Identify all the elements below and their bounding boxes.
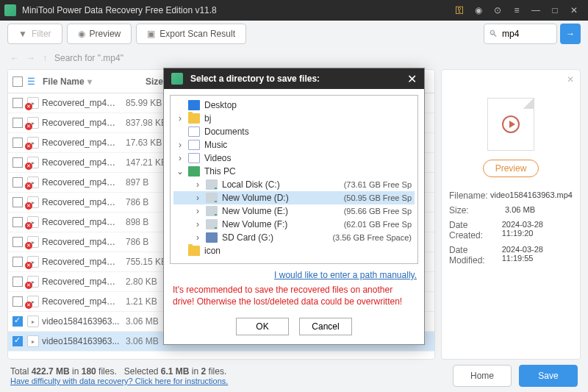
row-checkbox[interactable] — [12, 296, 23, 307]
close-icon[interactable]: ✕ — [564, 0, 584, 21]
row-checkbox[interactable] — [12, 98, 23, 108]
dialog-close-icon[interactable]: ✕ — [407, 72, 417, 86]
folder-icon — [188, 246, 200, 256]
file-name: Recovered_mp4_f... — [42, 138, 120, 148]
tree-twisty-icon[interactable]: ⌄ — [176, 166, 184, 177]
file-size: 755.15 KB — [120, 257, 167, 267]
list-type-icon[interactable]: ☰ — [27, 76, 35, 87]
row-checkbox[interactable] — [12, 316, 23, 327]
titlebar: MiniTool Power Data Recovery Free Editio… — [0, 0, 588, 21]
maximize-icon[interactable]: □ — [545, 0, 564, 21]
dialog-title: Select a directory to save files: — [190, 74, 407, 84]
save-button[interactable]: Save — [519, 365, 578, 387]
search-input[interactable]: 🔍︎ — [484, 24, 557, 44]
tree-twisty-icon[interactable]: › — [194, 193, 201, 203]
row-checkbox[interactable] — [12, 217, 23, 227]
tree-twisty-icon[interactable]: › — [176, 153, 184, 163]
minimize-icon[interactable]: — — [526, 0, 545, 21]
tree-node[interactable]: ›New Volume (E:)(95.66 GB Free Sp — [173, 204, 415, 218]
file-size: 837.98 KB — [120, 118, 167, 128]
file-icon: ▸✕ — [27, 256, 39, 268]
row-checkbox[interactable] — [12, 157, 23, 168]
tree-twisty-icon[interactable]: › — [176, 140, 184, 150]
tree-label: New Volume (D:) — [222, 193, 340, 203]
tree-twisty-icon[interactable]: › — [194, 206, 201, 216]
file-icon: ▸✕ — [27, 196, 39, 208]
nav-up-icon[interactable]: ↑ — [43, 53, 47, 63]
footer: Total 422.7 MB in 180 files. Selected 6.… — [0, 360, 588, 392]
tree-node[interactable]: Documents — [173, 125, 415, 138]
tree-node[interactable]: Desktop — [173, 99, 415, 112]
file-size: 147.21 KB — [120, 157, 167, 168]
tree-label: Documents — [204, 126, 407, 137]
search-go-button[interactable]: → — [560, 24, 581, 44]
cancel-button[interactable]: Cancel — [299, 318, 352, 335]
row-checkbox[interactable] — [12, 237, 23, 247]
file-name: Recovered_mp4_f... — [42, 98, 120, 108]
row-checkbox[interactable] — [12, 257, 23, 267]
tree-twisty-icon[interactable]: › — [194, 219, 201, 229]
preview-panel: ✕ Preview Filename:video1584163963.mp4 S… — [441, 69, 581, 360]
key-icon[interactable]: ⚿ — [450, 0, 469, 21]
file-icon: ▸✕ — [27, 157, 39, 168]
directory-tree: Desktop›bjDocuments›Music›Videos⌄This PC… — [170, 95, 418, 264]
meta-size: 3.06 MB — [505, 205, 535, 215]
nav-forward-icon[interactable]: → — [26, 53, 35, 63]
tree-label: New Volume (F:) — [222, 219, 340, 229]
drive-icon — [206, 206, 218, 216]
tree-node[interactable]: icon — [173, 244, 415, 257]
breadcrumb-text: Search for ".mp4" — [54, 53, 123, 63]
tree-node[interactable]: ›SD Card (G:)(3.56 GB Free Space) — [173, 231, 415, 244]
nav-back-icon[interactable]: ← — [10, 53, 19, 63]
tree-node[interactable]: ›New Volume (D:)(50.95 GB Free Sp — [173, 191, 415, 204]
help-link[interactable]: Have difficulty with data recovery? Clic… — [10, 377, 228, 385]
tree-label: Local Disk (C:) — [222, 179, 340, 190]
file-name: Recovered_mp4_f... — [42, 118, 120, 128]
search-icon: 🔍︎ — [489, 29, 498, 39]
tree-label: Desktop — [204, 100, 407, 110]
tree-node[interactable]: ›Local Disk (C:)(73.61 GB Free Sp — [173, 178, 415, 191]
ok-button[interactable]: OK — [236, 318, 289, 335]
col-filename[interactable]: File Name▾ — [37, 76, 140, 87]
row-checkbox[interactable] — [12, 277, 23, 287]
drive-icon — [206, 179, 218, 190]
file-size: 3.06 MB — [120, 316, 159, 327]
dialog-warning: It's recommended to save the recovered f… — [164, 280, 424, 312]
tree-node[interactable]: ⌄This PC — [173, 165, 415, 178]
tree-label: Music — [204, 140, 407, 150]
file-icon: ▸✕ — [27, 296, 39, 307]
preview-open-button[interactable]: Preview — [483, 160, 539, 177]
preview-close-icon[interactable]: ✕ — [567, 74, 574, 85]
row-checkbox[interactable] — [12, 197, 23, 207]
file-icon: ▸✕ — [27, 177, 39, 188]
tree-twisty-icon[interactable]: › — [194, 232, 201, 243]
row-checkbox[interactable] — [12, 177, 23, 188]
row-checkbox[interactable] — [12, 118, 23, 128]
preview-button[interactable]: ◉Preview — [67, 24, 132, 44]
row-checkbox[interactable] — [12, 336, 23, 346]
file-name: Recovered_mp4_f... — [42, 257, 120, 267]
file-size: 786 B — [120, 237, 148, 247]
menu-icon[interactable]: ≡ — [507, 0, 526, 21]
globe-icon[interactable]: ◉ — [469, 0, 488, 21]
tree-node[interactable]: ›bj — [173, 112, 415, 125]
manual-path-link[interactable]: I would like to enter a path manually. — [164, 270, 424, 280]
file-icon: ▸ — [27, 335, 39, 347]
filter-button[interactable]: ▼Filter — [7, 24, 62, 44]
select-all-checkbox[interactable] — [12, 76, 23, 87]
tree-node[interactable]: ›New Volume (F:)(62.01 GB Free Sp — [173, 218, 415, 231]
row-checkbox[interactable] — [12, 138, 23, 148]
file-name: Recovered_mp4_f... — [42, 197, 120, 207]
folder-icon — [188, 113, 200, 124]
tree-node[interactable]: ›Videos — [173, 152, 415, 165]
preview-thumbnail — [487, 98, 534, 151]
app-logo-icon — [4, 4, 16, 16]
export-button[interactable]: ▣Export Scan Result — [136, 24, 246, 44]
home-button[interactable]: Home — [453, 365, 512, 387]
file-size: 85.99 KB — [120, 98, 162, 108]
file-name: Recovered_mp4_f... — [42, 157, 120, 168]
tree-twisty-icon[interactable]: › — [176, 113, 184, 124]
tree-twisty-icon[interactable]: › — [194, 179, 201, 190]
tree-node[interactable]: ›Music — [173, 138, 415, 152]
headset-icon[interactable]: ⊙ — [488, 0, 507, 21]
